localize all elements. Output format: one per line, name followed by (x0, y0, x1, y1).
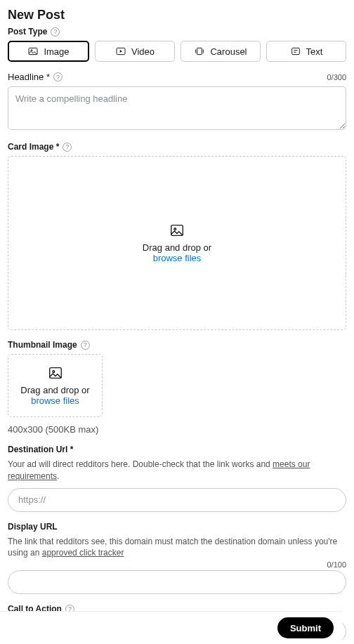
destination-url-label-row: Destination Url * (8, 445, 346, 454)
svg-rect-4 (291, 48, 299, 54)
display-url-label: Display URL (8, 522, 58, 532)
post-type-video-button[interactable]: Video (95, 41, 175, 62)
dropzone-drag-text: Drag and drop or (143, 242, 211, 253)
help-icon[interactable]: ? (53, 72, 63, 81)
headline-label: Headline * (8, 72, 50, 82)
display-url-counter: 0/100 (327, 560, 346, 569)
svg-point-6 (174, 228, 176, 230)
post-type-carousel-button[interactable]: Carousel (181, 41, 261, 62)
thumbnail-label-row: Thumbnail Image ? (8, 340, 346, 350)
svg-rect-3 (197, 48, 202, 54)
display-url-input[interactable] (8, 570, 346, 594)
headline-label-row: Headline * ? 0/300 (8, 72, 346, 82)
thumbnail-dropzone[interactable]: Drag and drop or browse files (8, 354, 103, 417)
post-type-label-row: Post Type ? (8, 27, 346, 37)
display-url-desc: The link that redditors see, this domain… (8, 536, 346, 560)
submit-bar: Submit (0, 611, 342, 644)
post-type-video-label: Video (131, 46, 155, 57)
post-type-text-button[interactable]: Text (266, 41, 346, 62)
post-type-carousel-label: Carousel (210, 46, 247, 57)
post-type-label: Post Type (8, 27, 47, 37)
help-icon[interactable]: ? (63, 143, 72, 152)
approved-click-tracker-link[interactable]: approved click tracker (42, 548, 124, 558)
page-title: New Post (8, 8, 346, 22)
display-url-label-row: Display URL (8, 522, 346, 532)
destination-url-input[interactable] (8, 488, 346, 512)
card-image-dropzone[interactable]: Drag and drop or browse files (8, 156, 346, 330)
browse-files-link[interactable]: browse files (153, 253, 202, 263)
destination-url-desc: Your ad will direct redditors here. Doub… (8, 459, 346, 482)
help-icon[interactable]: ? (51, 27, 60, 37)
post-type-image-button[interactable]: Image (8, 41, 89, 62)
headline-counter: 0/300 (327, 73, 346, 81)
help-icon[interactable]: ? (81, 341, 90, 350)
submit-button[interactable]: Submit (277, 617, 334, 638)
image-icon (169, 223, 185, 238)
image-icon (48, 365, 63, 381)
card-image-label-row: Card Image * ? (8, 142, 346, 152)
svg-point-8 (52, 371, 54, 373)
video-icon (115, 46, 126, 57)
card-image-label: Card Image * (8, 142, 59, 152)
dropzone-drag-text: Drag and drop or (20, 385, 89, 395)
post-type-options: Image Video Carousel Text (8, 41, 346, 62)
destination-url-label: Destination Url * (8, 445, 73, 454)
headline-input[interactable] (8, 86, 346, 130)
thumbnail-hint: 400x300 (500KB max) (8, 424, 346, 435)
post-type-text-label: Text (306, 46, 323, 57)
thumbnail-label: Thumbnail Image (8, 340, 77, 350)
image-icon (27, 46, 39, 57)
browse-files-link[interactable]: browse files (31, 395, 79, 406)
carousel-icon (194, 46, 205, 57)
post-type-image-label: Image (44, 46, 69, 57)
text-icon (290, 46, 301, 57)
